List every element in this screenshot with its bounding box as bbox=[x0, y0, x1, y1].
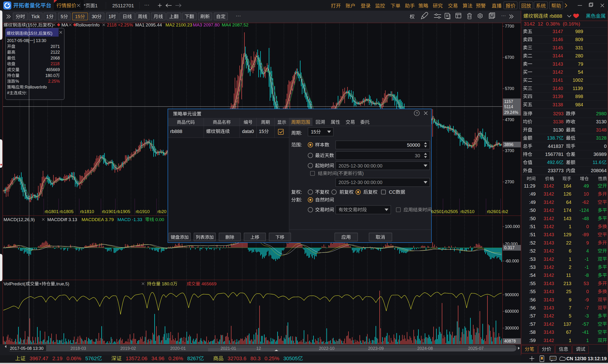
svg-text:-7: -7 bbox=[585, 305, 589, 310]
svg-text:441837: 441837 bbox=[548, 144, 564, 149]
svg-text::49: :49 bbox=[529, 191, 536, 196]
svg-text:2021-01: 2021-01 bbox=[221, 346, 236, 351]
svg-text:(: ( bbox=[337, 171, 338, 176]
svg-text:?: ? bbox=[416, 111, 418, 115]
svg-text:5114: 5114 bbox=[504, 104, 513, 109]
svg-text:): ) bbox=[362, 171, 364, 176]
svg-text:30: 30 bbox=[92, 14, 97, 19]
svg-text:9: 9 bbox=[569, 297, 571, 302]
svg-text:1: 1 bbox=[95, 3, 98, 8]
svg-text:-62: -62 bbox=[582, 200, 589, 205]
svg-text:25: 25 bbox=[566, 289, 571, 294]
svg-text:3146: 3146 bbox=[553, 37, 563, 42]
svg-text:2118: 2118 bbox=[51, 61, 60, 66]
svg-text:5700: 5700 bbox=[505, 86, 514, 91]
svg-text:): ) bbox=[51, 31, 53, 36]
svg-text:2019-02: 2019-02 bbox=[120, 346, 136, 351]
svg-text:rb2601: rb2601 bbox=[487, 209, 501, 214]
svg-text:11.6: 11.6 bbox=[593, 160, 601, 165]
svg-text:54: 54 bbox=[578, 69, 583, 75]
svg-text:10: 10 bbox=[584, 191, 589, 196]
svg-text:3143: 3143 bbox=[544, 305, 554, 310]
svg-text:49: 49 bbox=[584, 183, 589, 188]
svg-text:-60.000: -60.000 bbox=[505, 259, 519, 263]
svg-text::53: :53 bbox=[529, 265, 536, 270]
svg-text:-8: -8 bbox=[585, 273, 589, 278]
svg-text:5762: 5762 bbox=[85, 355, 97, 361]
svg-text:3143: 3143 bbox=[544, 281, 554, 286]
svg-text:36989: 36989 bbox=[593, 152, 607, 157]
svg-text:138.7: 138.7 bbox=[547, 135, 559, 141]
svg-text::56: :56 bbox=[529, 297, 536, 302]
svg-text:300000: 300000 bbox=[505, 326, 519, 330]
svg-text::55: :55 bbox=[529, 281, 536, 286]
svg-text:1: 1 bbox=[569, 224, 571, 229]
svg-text:1002: 1002 bbox=[573, 78, 583, 83]
svg-text:rb1801: rb1801 bbox=[45, 209, 59, 214]
svg-text:2: 2 bbox=[569, 265, 571, 270]
svg-text:3142: 3142 bbox=[544, 257, 554, 262]
svg-text:40878: 40878 bbox=[504, 339, 516, 343]
svg-text:9: 9 bbox=[586, 240, 589, 246]
svg-text:30: 30 bbox=[415, 153, 420, 158]
svg-text:rb2510: rb2510 bbox=[460, 209, 474, 214]
svg-text:-124: -124 bbox=[579, 208, 589, 213]
svg-text:3142: 3142 bbox=[544, 216, 554, 221]
svg-text::52: :52 bbox=[529, 240, 536, 246]
svg-text:12: 12 bbox=[256, 346, 261, 351]
svg-text::: : bbox=[301, 130, 302, 136]
svg-text:22: 22 bbox=[566, 240, 571, 246]
svg-text:MA4 2087.52: MA4 2087.52 bbox=[222, 22, 248, 27]
svg-text:CN 12/30 13:12:19: CN 12/30 13:12:19 bbox=[567, 356, 607, 361]
svg-text:2122: 2122 bbox=[51, 50, 60, 54]
svg-text:3142: 3142 bbox=[544, 208, 554, 213]
svg-text:-9: -9 bbox=[585, 297, 589, 302]
svg-text:80.3: 80.3 bbox=[250, 355, 260, 361]
svg-text:#: # bbox=[7, 91, 10, 95]
svg-text:3138: 3138 bbox=[553, 119, 564, 124]
svg-text:331: 331 bbox=[575, 45, 583, 50]
svg-text:MA3 2097.80: MA3 2097.80 bbox=[193, 22, 220, 27]
svg-text:3700: 3700 bbox=[505, 148, 514, 153]
svg-text:7700: 7700 bbox=[505, 24, 514, 29]
svg-text:-48: -48 bbox=[582, 216, 589, 221]
svg-text:492.6: 492.6 bbox=[547, 160, 559, 165]
svg-text::52: :52 bbox=[529, 248, 536, 253]
svg-text:,true,5): ,true,5) bbox=[55, 281, 69, 286]
svg-text:0: 0 bbox=[604, 144, 607, 149]
svg-text:0.00: 0.00 bbox=[155, 217, 164, 222]
svg-text:CC: CC bbox=[389, 189, 396, 195]
svg-text::: : bbox=[26, 91, 27, 95]
svg-text:···: ··· bbox=[144, 2, 149, 8]
svg-text::: : bbox=[301, 142, 302, 147]
svg-text:···: ··· bbox=[501, 13, 506, 18]
svg-text:3147: 3147 bbox=[553, 29, 563, 34]
svg-text:126: 126 bbox=[564, 191, 571, 196]
svg-text:15: 15 bbox=[259, 129, 264, 134]
svg-text::55: :55 bbox=[529, 289, 536, 294]
svg-text:3130: 3130 bbox=[596, 119, 607, 124]
svg-text:3128: 3128 bbox=[596, 135, 607, 141]
svg-text:100.000: 100.000 bbox=[505, 224, 520, 229]
svg-text:3142: 3142 bbox=[544, 191, 554, 196]
svg-text:2025-12-30 00:00:00: 2025-12-30 00:00:00 bbox=[338, 163, 382, 169]
svg-text:3139: 3139 bbox=[553, 94, 563, 99]
svg-text:3293: 3293 bbox=[553, 111, 564, 116]
svg-text::49: :49 bbox=[529, 200, 536, 205]
svg-text:164: 164 bbox=[564, 183, 571, 188]
svg-text:79: 79 bbox=[578, 61, 583, 67]
svg-text:MACD -1.33: MACD -1.33 bbox=[118, 217, 142, 222]
svg-text:2118 +2.25%: 2118 +2.25% bbox=[107, 22, 133, 27]
svg-text::54: :54 bbox=[529, 273, 536, 278]
svg-text::50: :50 bbox=[529, 208, 536, 213]
svg-text::RolloverInfo: :RolloverInfo bbox=[24, 85, 47, 90]
svg-text:3142: 3142 bbox=[544, 248, 554, 253]
svg-text:5: 5 bbox=[61, 14, 63, 19]
svg-text::50: :50 bbox=[529, 216, 536, 221]
svg-text:VolPredict(: VolPredict( bbox=[3, 281, 26, 286]
svg-text:600000: 600000 bbox=[505, 309, 519, 314]
svg-text:rb888: rb888 bbox=[170, 129, 182, 134]
svg-text:15: 15 bbox=[75, 14, 80, 19]
svg-text:3130: 3130 bbox=[553, 127, 564, 132]
svg-text:2.25%: 2.25% bbox=[48, 79, 60, 84]
